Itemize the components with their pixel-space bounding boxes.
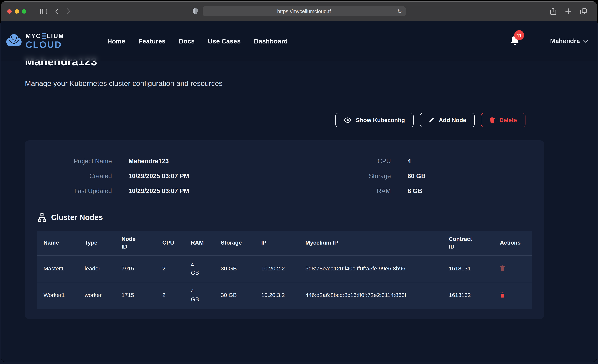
browser-toolbar: https://myceliumcloud.tf ↻ bbox=[1, 1, 597, 21]
reload-icon[interactable]: ↻ bbox=[397, 8, 402, 14]
cell-actions bbox=[493, 256, 532, 282]
table-row: Worker1 worker 1715 2 4 GB 30 GB 10.20.3… bbox=[37, 282, 532, 309]
user-menu[interactable]: Mahendra bbox=[550, 38, 588, 45]
nav-item-home[interactable]: Home bbox=[107, 37, 125, 45]
cluster-nodes-heading: Cluster Nodes bbox=[38, 213, 532, 222]
notifications-button[interactable]: 11 bbox=[510, 35, 520, 47]
delete-node-button[interactable] bbox=[500, 292, 505, 298]
minimize-window-button[interactable] bbox=[15, 9, 19, 13]
mycelium-cloud-logo-icon bbox=[6, 33, 22, 49]
pencil-icon bbox=[429, 117, 434, 123]
trash-icon bbox=[490, 117, 495, 123]
close-window-button[interactable] bbox=[7, 9, 12, 13]
cell-cpu: 2 bbox=[156, 256, 184, 282]
cell-storage: 30 GB bbox=[214, 282, 255, 309]
info-last-updated: Last Updated 10/29/2025 03:07 PM bbox=[37, 188, 278, 195]
info-created: Created 10/29/2025 03:07 PM bbox=[37, 173, 278, 180]
info-cpu: CPU 4 bbox=[291, 157, 532, 165]
eye-icon bbox=[344, 117, 351, 123]
nav-item-dashboard[interactable]: Dashboard bbox=[254, 37, 288, 45]
cluster-nodes-table: Name Type Node ID CPU RAM Storage IP Myc… bbox=[37, 231, 532, 309]
table-header-row: Name Type Node ID CPU RAM Storage IP Myc… bbox=[37, 231, 532, 256]
nav-item-use-cases[interactable]: Use Cases bbox=[208, 37, 241, 45]
cell-node-id: 7915 bbox=[115, 256, 156, 282]
logo-stylized-e bbox=[42, 33, 46, 39]
site-header: MYC LIUM CLOUD Home Features Docs Use Ca… bbox=[1, 21, 597, 61]
traffic-lights bbox=[1, 9, 26, 13]
col-mycelium-ip: Mycelium IP bbox=[299, 231, 442, 256]
cell-ip: 10.20.2.2 bbox=[255, 256, 299, 282]
col-actions: Actions bbox=[493, 231, 532, 256]
cluster-actions: Show Kubeconfig Add Node bbox=[25, 113, 525, 127]
col-node-id: Node ID bbox=[115, 231, 156, 256]
cell-storage: 30 GB bbox=[214, 256, 255, 282]
add-node-button[interactable]: Add Node bbox=[420, 113, 475, 127]
site-viewport: MYC LIUM CLOUD Home Features Docs Use Ca… bbox=[1, 21, 597, 362]
privacy-shield-icon[interactable] bbox=[192, 8, 198, 15]
trash-icon bbox=[500, 292, 505, 298]
col-cpu: CPU bbox=[156, 231, 184, 256]
cluster-info-card: Project Name Mahendra123 Created 10/29/2… bbox=[25, 140, 544, 319]
notification-badge: 11 bbox=[514, 30, 524, 40]
info-project-name: Project Name Mahendra123 bbox=[37, 157, 278, 165]
tab-overview-icon[interactable] bbox=[580, 8, 587, 14]
logo-wordmark-line2: CLOUD bbox=[25, 40, 64, 50]
delete-cluster-button[interactable]: Delete bbox=[481, 113, 525, 127]
info-storage: Storage 60 GB bbox=[291, 173, 532, 180]
cell-contract-id: 1613132 bbox=[442, 282, 493, 309]
sidebar-toggle-icon[interactable] bbox=[40, 8, 47, 14]
cell-node-id: 1715 bbox=[115, 282, 156, 309]
table-row: Master1 leader 7915 2 4 GB 30 GB 10.20.2… bbox=[37, 256, 532, 282]
address-bar[interactable]: https://myceliumcloud.tf ↻ bbox=[202, 6, 406, 17]
main-nav: Home Features Docs Use Cases Dashboard bbox=[107, 37, 288, 45]
user-name: Mahendra bbox=[550, 38, 580, 45]
cell-cpu: 2 bbox=[156, 282, 184, 309]
cell-name: Master1 bbox=[37, 256, 78, 282]
info-ram: RAM 8 GB bbox=[291, 188, 532, 195]
back-button[interactable] bbox=[55, 8, 59, 14]
cell-ram: 4 GB bbox=[184, 256, 214, 282]
trash-icon bbox=[500, 265, 505, 271]
show-kubeconfig-button[interactable]: Show Kubeconfig bbox=[335, 113, 414, 127]
zoom-window-button[interactable] bbox=[22, 9, 26, 13]
chevron-down-icon bbox=[583, 40, 588, 43]
cell-type: leader bbox=[78, 256, 115, 282]
browser-window: https://myceliumcloud.tf ↻ bbox=[1, 1, 597, 362]
col-ram: RAM bbox=[184, 231, 214, 256]
cell-mycelium-ip: 446:d2a6:8bcd:8c16:ff0f:72e2:3114:863f bbox=[299, 282, 442, 309]
delete-node-button[interactable] bbox=[500, 265, 505, 271]
cell-type: worker bbox=[78, 282, 115, 309]
cell-mycelium-ip: 5d8:78ea:a120:f40c:ff0f:a5fe:99e6:8b96 bbox=[299, 256, 442, 282]
col-ip: IP bbox=[255, 231, 299, 256]
cell-ip: 10.20.3.2 bbox=[255, 282, 299, 309]
cell-name: Worker1 bbox=[37, 282, 78, 309]
col-storage: Storage bbox=[214, 231, 255, 256]
cell-actions bbox=[493, 282, 532, 309]
address-bar-url: https://myceliumcloud.tf bbox=[277, 8, 331, 14]
cell-ram: 4 GB bbox=[184, 282, 214, 309]
nav-item-docs[interactable]: Docs bbox=[179, 37, 195, 45]
network-icon bbox=[38, 213, 46, 222]
col-name: Name bbox=[37, 231, 78, 256]
site-logo[interactable]: MYC LIUM CLOUD bbox=[6, 33, 64, 50]
col-contract-id: Contract ID bbox=[442, 231, 493, 256]
cluster-page: Mahendra123 Manage your Kubernetes clust… bbox=[1, 21, 544, 319]
forward-button[interactable] bbox=[67, 8, 70, 14]
cell-contract-id: 1613131 bbox=[442, 256, 493, 282]
share-icon[interactable] bbox=[550, 8, 556, 15]
col-type: Type bbox=[78, 231, 115, 256]
new-tab-icon[interactable] bbox=[565, 8, 571, 14]
logo-wordmark-line1: MYC LIUM bbox=[25, 33, 64, 39]
nav-item-features[interactable]: Features bbox=[139, 37, 166, 45]
page-subtitle: Manage your Kubernetes cluster configura… bbox=[25, 79, 544, 88]
